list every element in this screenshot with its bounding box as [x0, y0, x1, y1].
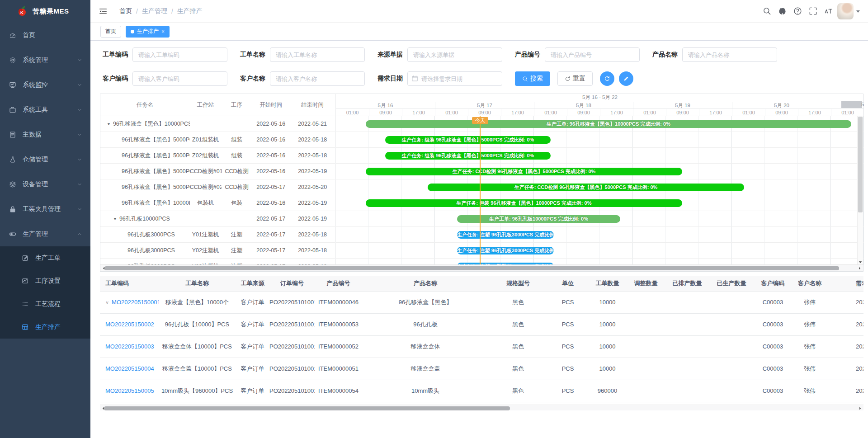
vscrollbar-thumb[interactable]	[858, 117, 863, 212]
sidebar-item-主数据[interactable]: 主数据	[0, 122, 90, 147]
scroll-down-arrow-icon[interactable]	[858, 260, 863, 264]
search-button[interactable]	[763, 7, 771, 15]
来源单据-input[interactable]	[407, 47, 502, 62]
cell-item_no: ITEM00000046	[315, 291, 362, 313]
gantt-horizontal-scrollbar[interactable]	[100, 264, 863, 271]
workstation-cell: Y02注塑机	[190, 247, 222, 254]
sidebar-item-系统监控[interactable]: 系统监控	[0, 72, 90, 97]
sidebar-item-label: 生产管理	[23, 230, 77, 238]
sidebar-item-label: 主数据	[23, 131, 77, 139]
sidebar-item-生产工单[interactable]: 生产工单	[0, 246, 90, 269]
column-header-已生产数量: 已生产数量	[709, 276, 754, 291]
field-label: 产品编号	[515, 51, 541, 59]
breadcrumb-item-生产管理[interactable]: 生产管理	[142, 7, 167, 15]
tab-close-icon[interactable]: ×	[161, 29, 165, 34]
tab-首页[interactable]: 首页	[100, 26, 121, 38]
gantt-task-row[interactable]: 96孔孔板3000PCSY02注塑机注塑2022-05-172022-05-18	[100, 243, 335, 259]
timeline-days-row: 5月 165月 175月 185月 195月 20 5月 21	[336, 101, 864, 108]
start-time-cell: 2022-05-17	[252, 184, 290, 190]
timeline-hour: 01:00	[336, 109, 369, 116]
edit-schedule-button[interactable]	[619, 71, 633, 86]
sidebar-item-label: 工序设置	[35, 277, 82, 285]
gantt-task-row[interactable]: 96孔移液盒【黑色】5000PCSCCD检测#01CCD检测2022-05-16…	[100, 164, 335, 179]
cell-source: 客户订单	[236, 358, 269, 380]
chevron-down-icon	[77, 207, 82, 212]
tree-expand-icon[interactable]: ▼	[113, 217, 117, 221]
sidebar-item-设备管理[interactable]: 设备管理	[0, 172, 90, 197]
sidebar-item-工艺流程[interactable]: 工艺流程	[0, 292, 90, 316]
gantt-task-bar[interactable]: 生产任务: 注塑 96孔孔板3000PCS 完成比例: 0%	[457, 231, 554, 239]
caret-down-icon[interactable]	[856, 10, 860, 14]
sidebar-item-生产管理[interactable]: 生产管理	[0, 221, 90, 246]
cell-scheduled_qty	[665, 380, 709, 402]
sidebar-item-首页[interactable]: 首页	[0, 23, 90, 47]
gantt-task-bar[interactable]: 生产任务: 注塑 96孔孔板3000PCS 完成比例: 0%	[457, 247, 554, 254]
breadcrumb-separator: /	[136, 8, 138, 15]
gantt-task-bar[interactable]: 生产任务: CCD检测 96孔移液盒【黑色】5000PCS 完成比例: 0%	[428, 184, 744, 191]
workorder-link[interactable]: MO202205150003	[105, 343, 154, 350]
app-title: 苦糖果MES	[33, 7, 69, 16]
app-logo: K 苦糖果MES	[0, 0, 90, 23]
sidebar-item-工序设置[interactable]: 工序设置	[0, 269, 90, 292]
fullscreen-button[interactable]	[809, 7, 817, 15]
sidebar-item-label: 仓储管理	[23, 155, 77, 164]
workorder-link[interactable]: MO202205150002	[105, 321, 154, 328]
sidebar-item-仓储管理[interactable]: 仓储管理	[0, 147, 90, 172]
sidebar-item-生产排产[interactable]: 生产排产	[0, 316, 90, 339]
refresh-button[interactable]	[600, 71, 614, 86]
sidebar-item-系统工具[interactable]: 系统工具	[0, 97, 90, 122]
search-button[interactable]: 搜索	[515, 71, 550, 86]
cell-product: 10mm吸头	[362, 380, 489, 402]
avatar[interactable]	[837, 3, 854, 19]
submenu-生产管理: 生产工单 工序设置 工艺流程 生产排产	[0, 246, 90, 339]
工单编码-input[interactable]	[132, 47, 227, 62]
gantt-task-row[interactable]: 96孔移液盒【黑色】10000PCS包装机包装2022-05-162022-05…	[100, 195, 335, 211]
gantt-task-bar[interactable]: 生产任务: CCD检测 96孔移液盒【黑色】5000PCS 完成比例: 0%	[366, 168, 682, 175]
hscrollbar-thumb[interactable]	[104, 406, 510, 410]
tab-生产排产[interactable]: 生产排产×	[126, 26, 170, 38]
gantt-workorder-bar[interactable]: 生产工单: 96孔移液盒【黑色】10000PCS 完成比例: 0%	[366, 120, 851, 128]
timeline-hour: 17:00	[402, 109, 435, 116]
table-horizontal-scrollbar[interactable]	[100, 405, 863, 410]
gantt-task-row[interactable]: ▼96孔移液盒【黑色】10000PCS2022-05-162022-05-21	[100, 116, 335, 132]
chevron-down-icon	[77, 82, 82, 88]
产品编号-input[interactable]	[545, 47, 640, 62]
gantt-task-bar[interactable]: 生产任务: 组装 96孔移液盒【黑色】5000PCS 完成比例: 0%	[385, 152, 551, 160]
help-button[interactable]	[793, 7, 802, 15]
row-expand-icon[interactable]: ∨	[105, 300, 109, 305]
客户编码-input[interactable]	[132, 71, 227, 86]
gantt-task-row[interactable]: 96孔移液盒【黑色】5000PCSZ01组装机组装2022-05-162022-…	[100, 132, 335, 148]
gantt-workorder-bar[interactable]: 生产工单: 96孔孔板10000PCS 完成比例: 0%	[457, 215, 620, 223]
github-button[interactable]	[778, 7, 787, 15]
scroll-right-arrow-icon[interactable]	[858, 266, 862, 270]
gantt-task-row[interactable]: 96孔移液盒【黑色】5000PCSZ02组装机组装2022-05-162022-…	[100, 148, 335, 164]
需求日期-input[interactable]	[407, 71, 502, 86]
gantt-task-row[interactable]: ▼96孔孔板10000PCS2022-05-172022-05-19	[100, 211, 335, 227]
sidebar-item-系统管理[interactable]: 系统管理	[0, 47, 90, 72]
gantt-task-bar[interactable]: 生产任务: 组装 96孔移液盒【黑色】5000PCS 完成比例: 0%	[385, 136, 551, 144]
hscrollbar-thumb[interactable]	[104, 266, 839, 270]
end-time-cell: 2022-05-20	[290, 184, 335, 190]
产品名称-input[interactable]	[682, 47, 777, 62]
gantt-task-bar[interactable]: 生产任务: 包装 96孔移液盒【黑色】10000PCS 完成比例: 0%	[366, 199, 682, 207]
客户名称-input[interactable]	[270, 71, 365, 86]
sidebar-item-工装夹具管理[interactable]: 工装夹具管理	[0, 197, 90, 221]
start-time-cell: 2022-05-17	[252, 216, 290, 222]
dashboard-icon	[9, 32, 16, 39]
tree-expand-icon[interactable]: ▼	[107, 122, 111, 126]
workorder-link[interactable]: MO202205150005	[105, 387, 154, 394]
gantt-vertical-scrollbar[interactable]	[857, 116, 863, 265]
task-name: 96孔移液盒【黑色】5000PCS	[122, 136, 190, 144]
reset-button[interactable]: 重置	[557, 71, 593, 86]
timeline-hour: 09:00	[369, 109, 402, 116]
workorder-link[interactable]: MO202205150001	[112, 299, 159, 306]
gantt-task-row[interactable]: 96孔孔板3000PCSY01注塑机注塑2022-05-172022-05-18	[100, 227, 335, 243]
cell-demand_date: 2022	[827, 380, 863, 402]
sidebar-fold-button[interactable]	[99, 7, 107, 15]
工单名称-input[interactable]	[270, 47, 365, 62]
gantt-task-row[interactable]: 96孔移液盒【黑色】5000PCSCCD检测#02CCD检测2022-05-17…	[100, 179, 335, 195]
font-size-button[interactable]	[824, 7, 833, 15]
breadcrumb-item-生产排产[interactable]: 生产排产	[177, 7, 203, 15]
workorder-link[interactable]: MO202205150004	[105, 365, 154, 372]
scroll-right-arrow-icon[interactable]	[858, 406, 862, 410]
